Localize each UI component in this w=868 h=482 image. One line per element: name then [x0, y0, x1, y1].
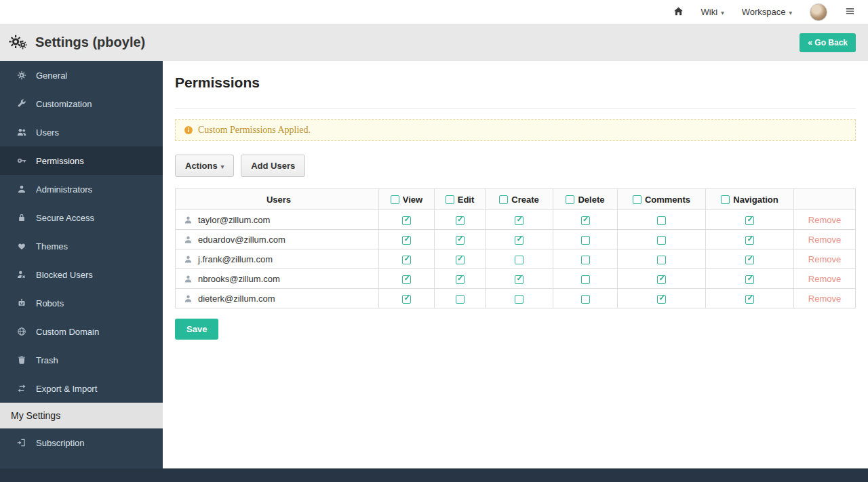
sidebar-item-general[interactable]: General — [0, 61, 163, 89]
navigation-checkbox[interactable] — [745, 295, 754, 304]
delete-checkbox[interactable] — [581, 236, 590, 245]
create-checkbox[interactable] — [515, 295, 524, 304]
remove-link[interactable]: Remove — [808, 294, 841, 304]
sidebar-item-secure-access[interactable]: Secure Access — [0, 203, 163, 232]
person-icon — [184, 294, 193, 303]
add-users-button[interactable]: Add Users — [241, 155, 305, 177]
table-row: eduardov@zillum.comRemove — [176, 230, 856, 249]
user-cell: nbrooks@zillum.com — [176, 269, 379, 289]
sidebar-item-custom-domain[interactable]: Custom Domain — [0, 317, 163, 346]
user-email: eduardov@zillum.com — [198, 235, 285, 245]
sidebar-item-label: Trash — [36, 355, 58, 365]
view-checkbox[interactable] — [402, 295, 411, 304]
delete-cell — [553, 230, 618, 249]
edit-header-checkbox[interactable] — [446, 195, 454, 204]
navigation-checkbox[interactable] — [745, 216, 754, 225]
navigation-cell — [706, 269, 794, 289]
sidebar-item-export-import[interactable]: Export & Import — [0, 374, 163, 403]
remove-cell: Remove — [794, 269, 856, 289]
view-checkbox[interactable] — [402, 236, 411, 245]
edit-checkbox[interactable] — [456, 216, 465, 225]
edit-checkbox[interactable] — [456, 275, 465, 284]
go-back-button[interactable]: « Go Back — [800, 33, 856, 52]
navigation-header-checkbox[interactable] — [721, 195, 730, 204]
remove-link[interactable]: Remove — [808, 254, 841, 264]
comments-checkbox[interactable] — [657, 295, 666, 304]
wiki-menu[interactable]: Wiki — [692, 0, 733, 24]
workspace-menu[interactable]: Workspace — [733, 0, 801, 24]
sidebar-item-subscription[interactable]: Subscription — [0, 428, 163, 457]
table-header-row: UsersViewEditCreateDeleteCommentsNavigat… — [176, 189, 856, 210]
delete-checkbox[interactable] — [581, 216, 590, 225]
person-icon — [184, 235, 193, 244]
delete-header-checkbox[interactable] — [566, 195, 574, 204]
view-checkbox[interactable] — [402, 216, 411, 225]
create-cell — [486, 210, 553, 230]
remove-link[interactable]: Remove — [808, 215, 841, 225]
user-cell: eduardov@zillum.com — [176, 230, 379, 249]
view-checkbox[interactable] — [402, 256, 411, 264]
edit-checkbox[interactable] — [456, 256, 465, 264]
navigation-checkbox[interactable] — [745, 275, 754, 284]
sidebar-item-customization[interactable]: Customization — [0, 89, 163, 118]
comments-checkbox[interactable] — [657, 275, 666, 284]
create-header-checkbox[interactable] — [499, 195, 508, 204]
sidebar-item-label: Permissions — [36, 156, 84, 166]
comments-header-checkbox[interactable] — [633, 195, 642, 204]
sidebar-item-themes[interactable]: Themes — [0, 232, 163, 260]
sidebar-item-robots[interactable]: Robots — [0, 289, 163, 317]
user-email: dieterk@zillum.com — [198, 294, 275, 304]
wrench-icon — [17, 99, 27, 109]
sidebar-item-label: Robots — [36, 298, 64, 308]
view-header-checkbox[interactable] — [391, 195, 399, 204]
view-checkbox[interactable] — [402, 275, 411, 284]
comments-checkbox[interactable] — [657, 236, 666, 245]
user-email: nbrooks@zillum.com — [198, 274, 280, 284]
lock-icon — [17, 213, 27, 223]
sidebar-item-blocked-users[interactable]: Blocked Users — [0, 260, 163, 289]
user-cell: dieterk@zillum.com — [176, 289, 379, 308]
sidebar-item-trash[interactable]: Trash — [0, 346, 163, 374]
sidebar-item-label: Custom Domain — [36, 327, 99, 337]
transfer-icon — [17, 384, 27, 394]
edit-cell — [435, 289, 486, 308]
user-avatar-button[interactable] — [801, 0, 836, 24]
hamburger-menu-button[interactable] — [836, 0, 864, 24]
remove-link[interactable]: Remove — [808, 235, 841, 245]
create-checkbox[interactable] — [515, 256, 524, 264]
home-button[interactable] — [665, 0, 692, 24]
users-icon — [17, 127, 27, 138]
actions-button[interactable]: Actions — [175, 155, 234, 177]
blocked-user-icon — [17, 270, 27, 280]
edit-cell — [435, 230, 486, 249]
sidebar-item-users[interactable]: Users — [0, 118, 163, 146]
sidebar-item-administrators[interactable]: Administrators — [0, 175, 163, 203]
create-checkbox[interactable] — [515, 236, 524, 245]
navigation-checkbox[interactable] — [745, 256, 754, 264]
info-icon — [184, 125, 193, 135]
comments-cell — [618, 210, 706, 230]
create-checkbox[interactable] — [515, 216, 524, 225]
navigation-cell — [706, 230, 794, 249]
comments-checkbox[interactable] — [657, 256, 666, 264]
gear-icon — [17, 71, 27, 81]
save-button[interactable]: Save — [175, 319, 218, 340]
remove-cell: Remove — [794, 230, 856, 249]
column-label: Delete — [578, 195, 604, 205]
edit-checkbox[interactable] — [456, 295, 465, 304]
delete-checkbox[interactable] — [581, 295, 590, 304]
robot-icon — [17, 298, 27, 308]
sidebar-item-permissions[interactable]: Permissions — [0, 146, 163, 175]
navigation-checkbox[interactable] — [745, 236, 754, 245]
remove-link[interactable]: Remove — [808, 274, 841, 284]
create-cell — [486, 269, 553, 289]
create-checkbox[interactable] — [515, 275, 524, 284]
edit-checkbox[interactable] — [456, 236, 465, 245]
delete-checkbox[interactable] — [581, 275, 590, 284]
add-users-button-label: Add Users — [251, 161, 295, 171]
sidebar-item-label: General — [36, 71, 67, 81]
remove-cell: Remove — [794, 289, 856, 308]
sidebar-item-label: Blocked Users — [36, 270, 93, 280]
delete-checkbox[interactable] — [581, 256, 590, 264]
comments-checkbox[interactable] — [657, 216, 666, 225]
